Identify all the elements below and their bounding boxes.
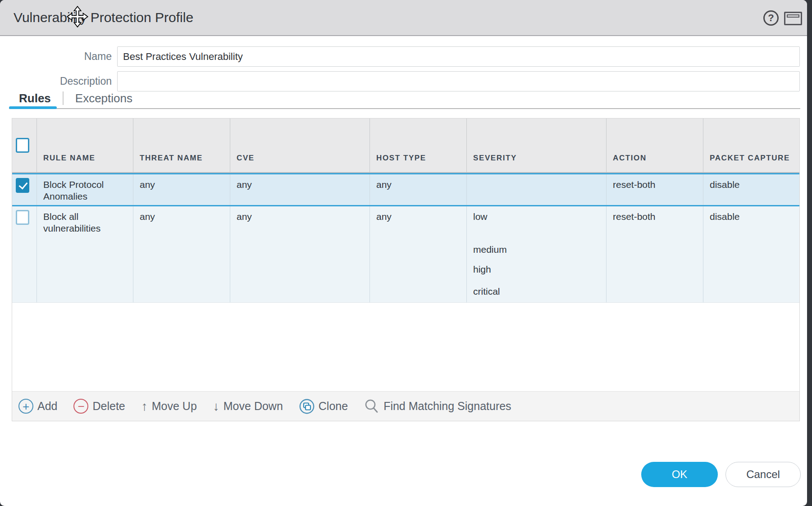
- table-row-block-protocol-anomalies[interactable]: Block Protocol Anomalies any any any res…: [12, 173, 799, 206]
- cell-packet-capture: disable: [703, 206, 799, 302]
- name-input[interactable]: [117, 46, 800, 67]
- name-label: Name: [0, 46, 112, 67]
- move-cursor-icon: [66, 5, 89, 28]
- table-row-block-all-vulnerabilities[interactable]: Block all vulnerabilities any any any lo…: [12, 206, 799, 303]
- add-label: Add: [37, 400, 57, 413]
- cancel-button[interactable]: Cancel: [725, 462, 801, 487]
- dialog-title: Vulnerability Protection Profile: [14, 0, 193, 35]
- cell-rule-name: Block all vulnerabilities: [37, 206, 133, 302]
- ok-button[interactable]: OK: [641, 462, 718, 487]
- severity-value: low: [473, 211, 601, 223]
- col-header-action[interactable]: ACTION: [607, 119, 703, 172]
- col-header-threat-name[interactable]: THREAT NAME: [133, 119, 230, 172]
- cell-severity: [467, 174, 607, 205]
- vulnerability-protection-profile-dialog: Vulnerability Protection Profile ? Name …: [0, 0, 807, 506]
- description-input[interactable]: [117, 71, 800, 91]
- col-header-rule-name[interactable]: RULE NAME: [37, 119, 133, 172]
- cell-threat-name: any: [133, 174, 230, 205]
- tab-rules[interactable]: Rules: [19, 91, 51, 105]
- search-icon: [364, 399, 379, 414]
- help-icon[interactable]: ?: [763, 10, 779, 26]
- row-checkbox-cell: [12, 174, 37, 205]
- clone-label: Clone: [319, 400, 348, 413]
- cell-packet-capture: disable: [703, 174, 799, 205]
- clone-icon: [299, 399, 315, 414]
- move-down-label: Move Down: [224, 400, 283, 413]
- active-tab-indicator: [9, 106, 57, 109]
- table-empty-area: [12, 303, 799, 391]
- window-icon-bar: [787, 14, 799, 18]
- cell-severity: low medium high critical: [467, 206, 607, 302]
- tab-divider: [63, 91, 64, 105]
- col-header-packet-capture[interactable]: PACKET CAPTURE: [703, 119, 799, 172]
- row-checkbox[interactable]: [16, 210, 29, 225]
- select-all-checkbox[interactable]: [16, 138, 29, 153]
- tab-exceptions[interactable]: Exceptions: [75, 91, 132, 105]
- cell-cve: any: [230, 174, 370, 205]
- move-up-button[interactable]: ↑ Move Up: [141, 399, 197, 414]
- severity-value: high: [473, 264, 601, 275]
- cell-host-type: any: [370, 206, 467, 302]
- find-matching-signatures-label: Find Matching Signatures: [383, 400, 511, 413]
- cell-action: reset-both: [607, 206, 703, 302]
- window-icon[interactable]: [784, 12, 802, 25]
- cell-threat-name: any: [133, 206, 230, 302]
- col-header-severity[interactable]: SEVERITY: [467, 119, 607, 172]
- help-icon-glyph: ?: [768, 12, 774, 23]
- delete-label: Delete: [92, 400, 125, 413]
- clone-button[interactable]: Clone: [299, 399, 348, 414]
- table-toolbar: + Add − Delete ↑ Move Up ↓ Move Down: [12, 391, 799, 421]
- severity-value: medium: [473, 244, 601, 255]
- rules-table: RULE NAME THREAT NAME CVE HOST TYPE SEVE…: [12, 118, 800, 421]
- delete-icon: −: [73, 399, 88, 414]
- table-header-row: RULE NAME THREAT NAME CVE HOST TYPE SEVE…: [12, 119, 799, 173]
- severity-value: critical: [473, 286, 601, 297]
- move-down-icon: ↓: [213, 399, 219, 414]
- cell-host-type: any: [370, 174, 467, 205]
- row-checkbox-cell: [12, 206, 37, 302]
- cell-action: reset-both: [607, 174, 703, 205]
- move-up-label: Move Up: [152, 400, 197, 413]
- cell-rule-name: Block Protocol Anomalies: [37, 174, 133, 205]
- cell-cve: any: [230, 206, 370, 302]
- add-icon: +: [18, 399, 33, 414]
- select-all-cell: [12, 119, 37, 172]
- move-down-button[interactable]: ↓ Move Down: [213, 399, 283, 414]
- move-up-icon: ↑: [141, 399, 148, 414]
- row-checkbox[interactable]: [16, 178, 29, 193]
- tabs-baseline: [9, 108, 800, 109]
- add-button[interactable]: + Add: [18, 399, 57, 414]
- tab-bar: Rules Exceptions: [19, 89, 132, 107]
- col-header-host-type[interactable]: HOST TYPE: [370, 119, 467, 172]
- dialog-titlebar[interactable]: Vulnerability Protection Profile ?: [0, 0, 807, 36]
- description-label: Description: [0, 71, 112, 91]
- find-matching-signatures-button[interactable]: Find Matching Signatures: [364, 399, 511, 414]
- delete-button[interactable]: − Delete: [73, 399, 125, 414]
- col-header-cve[interactable]: CVE: [230, 119, 370, 172]
